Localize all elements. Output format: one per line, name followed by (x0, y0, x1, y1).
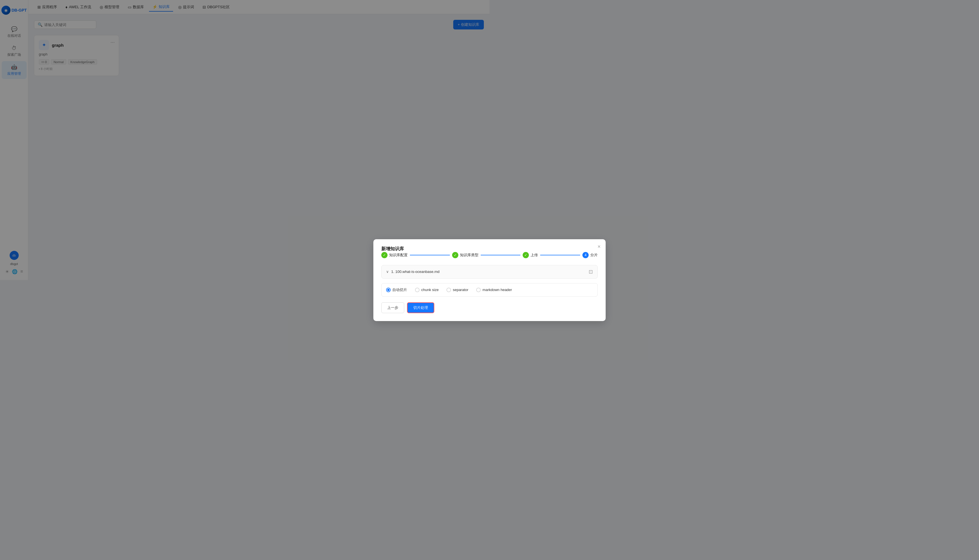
modal: 新增知识库 × ✓ 知识库配置 ✓ 知识库类型 ✓ 上传 4 分片 (373, 239, 490, 280)
file-expand-icon[interactable]: ∨ (386, 270, 389, 274)
file-name: 1. 100.what-is-oceanbase.md (391, 270, 439, 274)
step-1-label: 知识库配置 (389, 253, 408, 258)
step-2: ✓ 知识库类型 (452, 252, 478, 258)
step-line-1 (410, 255, 450, 255)
modal-title: 新增知识库 (381, 246, 404, 251)
step-2-label: 知识库类型 (460, 253, 478, 258)
step-2-circle: ✓ (452, 252, 458, 258)
stepper: ✓ 知识库配置 ✓ 知识库类型 ✓ 上传 4 分片 (381, 252, 490, 258)
modal-overlay: 新增知识库 × ✓ 知识库配置 ✓ 知识库类型 ✓ 上传 4 分片 (0, 0, 490, 280)
step-1-circle: ✓ (381, 252, 388, 258)
file-row-left: ∨ 1. 100.what-is-oceanbase.md (386, 270, 439, 274)
step-1: ✓ 知识库配置 (381, 252, 408, 258)
step-line-2 (481, 255, 490, 255)
file-row: ∨ 1. 100.what-is-oceanbase.md ⊡ (381, 265, 490, 278)
